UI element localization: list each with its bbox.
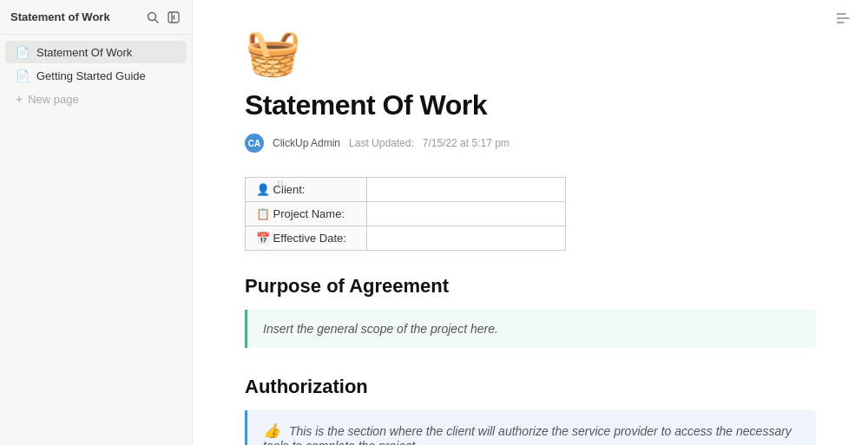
thumbs-up-icon: 👍 [263,423,280,438]
authorization-callout-body: This is the section where the client wil… [263,424,792,445]
outline-toggle-button[interactable] [833,9,856,31]
effective-date-value[interactable] [366,226,565,251]
table-row: 📅 Effective Date: [246,226,566,251]
doc-icon: 📄 [16,45,30,59]
authorization-callout-text: 👍 This is the section where the client w… [263,422,800,445]
doc-title: Statement Of Work [245,89,816,121]
sidebar-item-label: Statement Of Work [36,46,132,59]
sidebar-item-label: Getting Started Guide [36,69,146,82]
authorization-callout: 👍 This is the section where the client w… [245,410,816,445]
doc-icon: 📄 [16,69,30,82]
toolbar [833,9,856,31]
purpose-callout: Insert the general scope of the project … [245,310,816,348]
client-value[interactable] [366,178,565,202]
document-content: 🧺 Statement Of Work CA ClickUp Admin Las… [193,0,868,445]
client-label: 👤 Client: [246,178,367,202]
project-name-label: 📋 Project Name: [246,202,367,226]
sidebar-item-getting-started[interactable]: 📄 Getting Started Guide [5,64,187,87]
plus-icon: + [16,92,23,106]
collapse-icon [168,11,180,23]
effective-date-label: 📅 Effective Date: [246,226,367,251]
project-name-value[interactable] [366,202,565,226]
purpose-section: Purpose of Agreement Insert the general … [245,275,816,348]
sidebar-nav: 📄 Statement Of Work 📄 Getting Started Gu… [0,35,192,445]
sidebar: Statement of Work 📄 Statement Of Work [0,0,193,445]
purpose-callout-text: Insert the general scope of the project … [263,322,800,336]
author-initials: CA [248,139,260,148]
sidebar-item-statement-of-work[interactable]: 📄 Statement Of Work [5,41,187,63]
sidebar-icon-group [145,10,181,25]
authorization-heading: Authorization [245,376,816,398]
main-content: 🧺 Statement Of Work CA ClickUp Admin Las… [193,0,868,445]
purpose-heading: Purpose of Agreement [245,275,816,298]
info-table: 👤 Client: 📋 Project Name: 📅 Effective Da… [245,177,566,251]
search-button[interactable] [145,10,161,25]
author-name: ClickUp Admin [273,137,340,149]
table-wrapper: ⠿ 👤 Client: 📋 Project Name: 📅 Effective … [245,177,816,251]
table-row: 📋 Project Name: [246,202,566,226]
sidebar-header: Statement of Work [0,0,192,35]
drag-handle[interactable]: ⠿ [276,179,285,192]
author-avatar: CA [245,134,264,153]
new-page-label: New page [28,93,79,106]
outline-icon [837,12,852,24]
authorization-section: Authorization 👍 This is the section wher… [245,376,816,445]
search-icon [147,11,159,23]
last-updated-label: Last Updated: [349,137,414,149]
doc-emoji: 🧺 [245,26,816,79]
collapse-sidebar-button[interactable] [166,10,181,25]
sidebar-title: Statement of Work [10,10,110,23]
last-updated-value: 7/15/22 at 5:17 pm [423,137,510,149]
new-page-item[interactable]: + New page [5,88,187,110]
doc-meta: CA ClickUp Admin Last Updated: 7/15/22 a… [245,134,816,153]
svg-line-1 [155,19,159,23]
table-row: 👤 Client: [246,178,566,202]
